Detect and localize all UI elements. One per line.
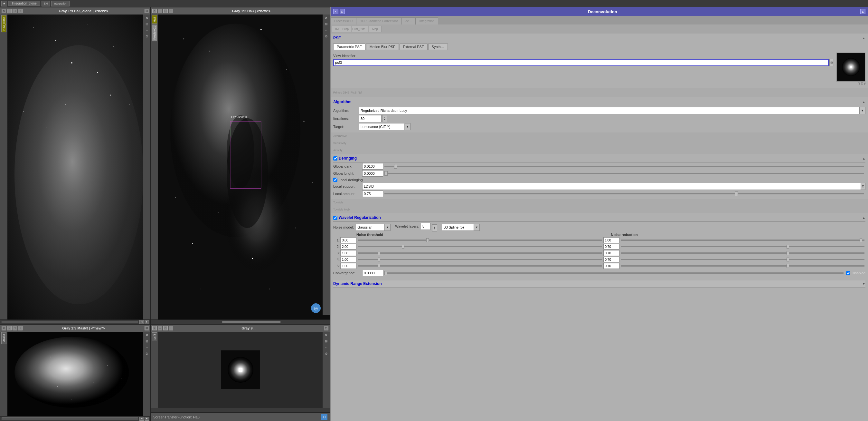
- ha3-clone-maximize-btn[interactable]: +: [18, 9, 23, 13]
- wl2-threshold-thumb[interactable]: [402, 245, 404, 249]
- wl5-reduction-thumb[interactable]: [786, 264, 789, 268]
- wl1-reduction-thumb[interactable]: [860, 238, 862, 242]
- wl-down[interactable]: ▼: [434, 228, 436, 230]
- target-select-display[interactable]: Luminance (CIE Y): [359, 123, 404, 130]
- algorithm-dropdown-arrow[interactable]: ▼: [860, 107, 865, 114]
- mask3-scroll-right[interactable]: ►: [145, 417, 149, 421]
- motion-blur-psf-tab[interactable]: Motion Blur PSF: [366, 44, 399, 50]
- wl2-threshold[interactable]: [340, 244, 356, 250]
- mask3-nav-4[interactable]: ⊙: [144, 351, 149, 356]
- tab-integration-icon[interactable]: Integration: [51, 1, 69, 6]
- wl5-threshold-thumb[interactable]: [378, 264, 380, 268]
- ha3-image[interactable]: Preview01 ✕ ⊞ ○ ⊙ ◎: [158, 15, 330, 319]
- mask3-hscroll[interactable]: ◄ ►: [0, 416, 150, 421]
- algorithm-select-display[interactable]: Regularized Richardson-Lucy: [359, 107, 860, 114]
- wl5-reduction-slider[interactable]: [621, 265, 865, 266]
- local-support-display[interactable]: LDSI3: [362, 183, 861, 190]
- local-amount-thumb[interactable]: [735, 192, 738, 196]
- ha3-maximize-btn[interactable]: +: [169, 9, 173, 13]
- wl2-reduction-thumb[interactable]: [786, 245, 789, 249]
- mask3-image[interactable]: ✕ ⊞ ○ ⊙: [7, 332, 150, 416]
- ha3-nav-3[interactable]: ○: [323, 27, 329, 33]
- global-bright-input[interactable]: [362, 170, 383, 177]
- psf-nav-4[interactable]: ⊙: [323, 351, 329, 356]
- ha3-clone-close-btn[interactable]: ✕: [2, 9, 6, 13]
- psf-fullscreen-btn[interactable]: ⊡: [324, 326, 329, 330]
- nav-icon-3[interactable]: ○: [144, 27, 149, 33]
- wavelet-expand[interactable]: ▲: [862, 216, 865, 220]
- psf-hscroll[interactable]: [151, 408, 330, 412]
- wl4-threshold-thumb[interactable]: [378, 258, 380, 261]
- mask3-nav-2[interactable]: ⊞: [144, 338, 149, 344]
- psf-maximize-btn[interactable]: +: [169, 326, 173, 330]
- tab-processbhd[interactable]: ProcessBHD: [331, 18, 356, 25]
- spline-display[interactable]: B3 Spline (5): [442, 224, 474, 231]
- nav-icon-1[interactable]: ✕: [144, 15, 149, 20]
- mask3-restore-btn[interactable]: □: [12, 326, 17, 330]
- psf-restore-btn[interactable]: □: [163, 326, 168, 330]
- mask3-maximize-btn[interactable]: +: [18, 326, 23, 330]
- mask3-nav-1[interactable]: ✕: [144, 332, 149, 338]
- dynamic-expand[interactable]: ▼: [862, 282, 865, 286]
- wavelet-layers-spinner[interactable]: ▲ ▼: [432, 224, 437, 231]
- wl1-reduction-slider[interactable]: [621, 240, 865, 241]
- convergence-thumb[interactable]: [384, 271, 387, 275]
- mask3-close-btn[interactable]: ✕: [2, 326, 6, 330]
- external-psf-tab[interactable]: External PSF: [400, 44, 428, 50]
- local-support-expand-btn[interactable]: ⊡: [861, 183, 865, 190]
- convergence-input[interactable]: [362, 270, 383, 276]
- target-dropdown-arrow[interactable]: ▼: [405, 123, 410, 130]
- synth-psf-tab[interactable]: Synth…: [428, 44, 448, 50]
- wl3-threshold-slider[interactable]: [358, 252, 602, 254]
- ha3-clone-expand-btn[interactable]: ⊞: [145, 9, 149, 13]
- mask3-tab[interactable]: Mask3: [1, 332, 6, 344]
- wl5-reduction[interactable]: [603, 263, 619, 269]
- tab-en-icon[interactable]: EN: [41, 1, 50, 6]
- wavelet-layers-input[interactable]: [421, 223, 430, 230]
- global-dark-thumb[interactable]: [394, 164, 397, 169]
- view-id-expand-btn[interactable]: ⊡: [829, 59, 834, 66]
- wl3-reduction-thumb[interactable]: [786, 251, 789, 255]
- spline-arrow[interactable]: ▼: [474, 224, 480, 231]
- tab-integration[interactable]: Integration: [416, 18, 438, 25]
- global-bright-thumb[interactable]: [384, 171, 388, 176]
- iter-down[interactable]: ▼: [384, 119, 386, 120]
- ha3-nav-4[interactable]: ⊙: [323, 33, 329, 39]
- tab-integration-clone[interactable]: Integration_clone: [8, 1, 40, 6]
- ha3-nav-1[interactable]: ✕: [323, 15, 329, 20]
- view-identifier-input[interactable]: [333, 59, 829, 66]
- scroll-right[interactable]: ►: [145, 320, 149, 324]
- mask3-expand-btn[interactable]: ⊞: [145, 326, 149, 330]
- wl4-threshold[interactable]: [340, 257, 356, 262]
- wl2-reduction-slider[interactable]: [621, 246, 865, 247]
- psf-nav-2[interactable]: ⊞: [323, 338, 329, 344]
- noise-model-arrow[interactable]: ▼: [385, 224, 391, 231]
- wl1-threshold-thumb[interactable]: [426, 238, 429, 242]
- ha3-restore-btn[interactable]: □: [163, 9, 168, 13]
- tab-de[interactable]: de…: [402, 18, 416, 25]
- ha3-clone-minimize-btn[interactable]: −: [7, 9, 11, 13]
- wl4-reduction-thumb[interactable]: [786, 258, 789, 261]
- ha3-close-btn[interactable]: ✕: [152, 9, 157, 13]
- mask3-nav-3[interactable]: ○: [144, 345, 149, 350]
- noise-model-display[interactable]: Gaussian: [356, 224, 385, 231]
- wl3-reduction[interactable]: [603, 250, 619, 256]
- local-amount-input[interactable]: [362, 191, 383, 197]
- psf-section-expand[interactable]: ▲: [862, 36, 865, 40]
- psf-tab[interactable]: psf3: [152, 332, 157, 341]
- global-bright-slider[interactable]: [384, 173, 864, 174]
- panel-restore-btn[interactable]: ⊡: [340, 9, 345, 14]
- iterations-input[interactable]: [359, 115, 381, 122]
- iterations-spinner[interactable]: ▲ ▼: [382, 115, 387, 122]
- wl4-reduction[interactable]: [603, 257, 619, 262]
- preview01-tab[interactable]: Preview01: [152, 25, 157, 41]
- scroll-left[interactable]: ◄: [140, 320, 144, 324]
- parametric-psf-tab[interactable]: Parametric PSF: [333, 44, 365, 50]
- wl2-reduction[interactable]: [603, 244, 619, 250]
- psf-image-area[interactable]: [158, 332, 322, 408]
- global-dark-input[interactable]: [362, 163, 383, 170]
- ha3-minimize-btn[interactable]: −: [158, 9, 162, 13]
- global-dark-slider[interactable]: [384, 166, 864, 167]
- psf-nav-3[interactable]: ○: [323, 345, 329, 350]
- ha3-nav-2[interactable]: ⊞: [323, 21, 329, 26]
